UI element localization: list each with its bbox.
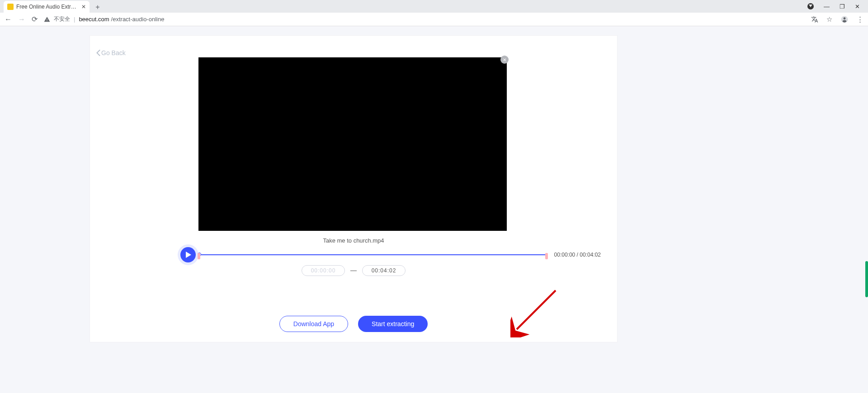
play-icon bbox=[186, 252, 191, 258]
go-back-label: Go Back bbox=[101, 49, 126, 56]
security-label: 不安全 bbox=[54, 15, 70, 23]
time-readout: 00:00:00 / 00:04:02 bbox=[554, 252, 601, 258]
start-time-input[interactable]: 00:00:00 bbox=[302, 265, 345, 276]
window-close-button[interactable]: ✕ bbox=[855, 3, 860, 10]
chrome-menu-button[interactable]: ⋮ bbox=[857, 15, 863, 23]
favicon-icon bbox=[7, 4, 14, 10]
url-host: beecut.com bbox=[79, 16, 109, 23]
tab-close-button[interactable]: ✕ bbox=[81, 4, 86, 10]
url-path: /extract-audio-online bbox=[111, 16, 165, 23]
file-name-label: Take me to church.mp4 bbox=[90, 237, 617, 244]
translate-icon[interactable] bbox=[811, 16, 818, 23]
end-time-input[interactable]: 00:04:02 bbox=[362, 265, 406, 276]
play-button[interactable] bbox=[180, 247, 196, 262]
chevron-left-icon bbox=[96, 50, 100, 56]
trim-handle-end[interactable] bbox=[545, 253, 548, 259]
new-tab-button[interactable]: + bbox=[92, 2, 103, 13]
window-minimize-button[interactable]: — bbox=[824, 3, 830, 10]
timeline-track[interactable] bbox=[198, 254, 548, 255]
not-secure-icon bbox=[44, 16, 50, 23]
go-back-link[interactable]: Go Back bbox=[96, 49, 126, 56]
download-app-button[interactable]: Download App bbox=[279, 316, 348, 332]
time-range-separator bbox=[350, 271, 357, 271]
browser-tab[interactable]: Free Online Audio Extractor - | ✕ bbox=[4, 1, 90, 13]
trim-handle-start[interactable] bbox=[198, 253, 200, 259]
extractor-card: Go Back ✕ Take me to church.mp4 00:00:00… bbox=[90, 35, 618, 342]
vertical-scrollbar[interactable] bbox=[865, 261, 868, 297]
close-icon[interactable]: ✕ bbox=[500, 56, 509, 64]
video-preview[interactable]: ✕ bbox=[198, 57, 507, 231]
address-bar[interactable]: 不安全 | beecut.com/extract-audio-online bbox=[44, 15, 805, 23]
nav-back-button[interactable]: ← bbox=[5, 15, 12, 23]
tab-title: Free Online Audio Extractor - | bbox=[16, 4, 79, 10]
svg-point-1 bbox=[844, 17, 846, 19]
nav-forward-button[interactable]: → bbox=[18, 15, 25, 23]
bookmark-star-icon[interactable]: ☆ bbox=[826, 15, 832, 23]
profile-icon[interactable] bbox=[840, 15, 849, 23]
nav-reload-button[interactable]: ⟳ bbox=[32, 15, 38, 23]
window-maximize-button[interactable]: ❐ bbox=[840, 3, 845, 10]
start-extracting-button[interactable]: Start extracting bbox=[358, 316, 428, 332]
extension-icon[interactable] bbox=[807, 3, 814, 9]
